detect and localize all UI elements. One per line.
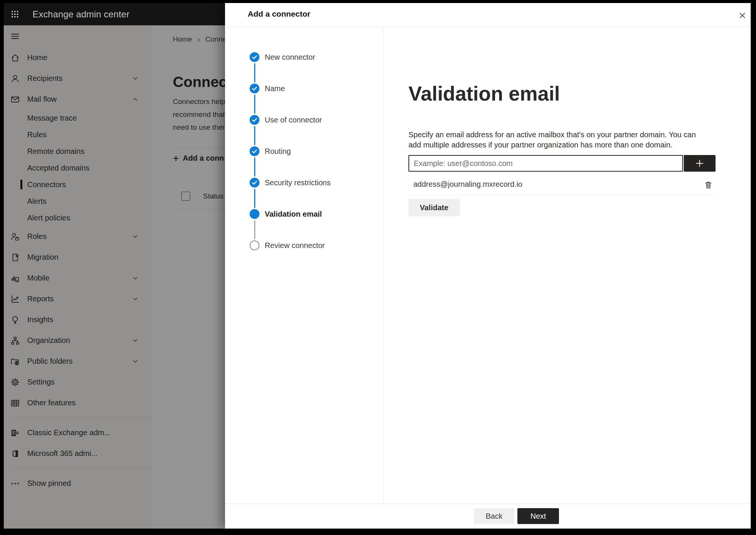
sidebar-item-roles[interactable]: Roles xyxy=(4,226,152,247)
sidebar-item-home[interactable]: Home xyxy=(4,47,152,68)
insights-icon xyxy=(10,315,20,325)
validation-email-input[interactable] xyxy=(408,155,683,172)
sidebar-item-reports[interactable]: Reports xyxy=(4,288,152,309)
sidebar-icon-wrap xyxy=(10,377,20,387)
sidebar-item-connectors[interactable]: Connectors xyxy=(4,176,152,193)
sidebar-item-migration[interactable]: Migration xyxy=(4,247,152,268)
close-button[interactable] xyxy=(735,8,750,23)
status-column-header[interactable]: Status xyxy=(203,192,224,200)
address-row-divider xyxy=(408,195,716,195)
hamburger-icon xyxy=(10,31,20,41)
app-launcher-button[interactable] xyxy=(4,3,26,25)
step-complete-circle-icon xyxy=(250,52,259,62)
sidebar-divider xyxy=(4,413,152,422)
step-heading: Validation email xyxy=(408,82,560,105)
sidebar-icon-wrap xyxy=(10,398,20,408)
app-window: Exchange admin center HomeRecipientsMail… xyxy=(4,3,751,529)
panel-column-divider xyxy=(383,27,383,504)
delete-address-button[interactable] xyxy=(703,179,714,191)
next-button[interactable]: Next xyxy=(517,508,559,524)
sidebar-item-classic-exchange-adm[interactable]: EClassic Exchange adm... xyxy=(4,422,152,443)
step-routing[interactable]: Routing xyxy=(225,146,383,156)
sidebar-item-label: Reports xyxy=(27,295,54,303)
sidebar-item-show-pinned[interactable]: Show pinned xyxy=(4,473,152,494)
check-icon xyxy=(250,115,259,125)
page-description: Connectors help recommend that need to u… xyxy=(173,95,225,134)
breadcrumb-home[interactable]: Home xyxy=(173,35,192,43)
chevron-down-icon xyxy=(132,337,139,344)
sidebar-item-label: Alerts xyxy=(27,197,47,206)
step-review-connector[interactable]: Review connector xyxy=(225,240,383,250)
mail-icon xyxy=(10,95,20,104)
sidebar-item-label: Mobile xyxy=(27,274,50,282)
sidebar-item-mobile[interactable]: Mobile xyxy=(4,268,152,288)
home-icon xyxy=(10,53,20,63)
step-name[interactable]: Name xyxy=(225,84,383,93)
selected-indicator xyxy=(20,180,22,189)
sidebar-item-settings[interactable]: Settings xyxy=(4,372,152,392)
step-label: Validation email xyxy=(265,210,322,219)
nav-collapse-button[interactable] xyxy=(4,25,152,47)
step-new-connector[interactable]: New connector xyxy=(225,52,383,62)
step-security-restrictions[interactable]: Security restrictions xyxy=(225,178,383,188)
sidebar-icon-wrap xyxy=(10,273,20,283)
chevron-wrap xyxy=(132,358,139,365)
waffle-icon xyxy=(11,10,19,19)
chevron-down-icon xyxy=(132,274,139,282)
chevron-wrap xyxy=(132,295,139,302)
sidebar-item-rules[interactable]: Rules xyxy=(4,126,152,143)
sidebar-item-recipients[interactable]: Recipients xyxy=(4,68,152,89)
step-label: Name xyxy=(265,84,285,93)
sidebar-icon-wrap xyxy=(10,53,20,63)
roles-icon xyxy=(10,232,20,242)
sidebar-item-label: Rules xyxy=(27,130,47,139)
panel-title: Add a connector xyxy=(248,9,310,19)
classic-exchange-icon: E xyxy=(10,428,20,438)
sidebar-item-insights[interactable]: Insights xyxy=(4,309,152,330)
sidebar-item-organization[interactable]: Organization xyxy=(4,330,152,351)
public-folders-icon xyxy=(10,357,20,366)
add-email-button[interactable] xyxy=(684,155,716,172)
sidebar-icon-wrap xyxy=(10,336,20,346)
migration-icon xyxy=(10,253,20,262)
page-description-line: recommend that xyxy=(173,108,225,121)
sidebar-item-alert-policies[interactable]: Alert policies xyxy=(4,209,152,226)
step-label: Use of connector xyxy=(265,116,322,124)
sidebar-item-public-folders[interactable]: Public folders xyxy=(4,351,152,372)
sidebar-item-message-trace[interactable]: Message trace xyxy=(4,110,152,126)
chevron-down-icon xyxy=(132,75,139,82)
sidebar-item-label: Accepted domains xyxy=(27,164,90,172)
plus-icon xyxy=(694,158,705,169)
sidebar-item-microsoft-365-admi[interactable]: Microsoft 365 admi... xyxy=(4,443,152,464)
add-connector-button[interactable]: + Add a conn xyxy=(173,154,224,163)
check-icon xyxy=(250,52,259,62)
sidebar-icon-wrap xyxy=(10,74,20,84)
step-use-of-connector[interactable]: Use of connector xyxy=(225,115,383,125)
sidebar-item-label: Roles xyxy=(27,232,47,241)
chevron-down-icon xyxy=(132,295,139,302)
sidebar-item-alerts[interactable]: Alerts xyxy=(4,193,152,209)
page-description-line: need to use ther xyxy=(173,121,225,134)
sidebar-item-remote-domains[interactable]: Remote domains xyxy=(4,143,152,160)
breadcrumb-current[interactable]: Conne xyxy=(205,35,227,43)
sidebar-item-other-features[interactable]: Other features xyxy=(4,392,152,413)
sidebar-item-label: Settings xyxy=(27,378,54,386)
back-button[interactable]: Back xyxy=(474,508,514,524)
step-complete-circle-icon xyxy=(250,84,259,93)
sidebar-item-accepted-domains[interactable]: Accepted domains xyxy=(4,160,152,176)
sidebar-item-label: Insights xyxy=(27,315,53,324)
other-features-icon xyxy=(10,398,20,408)
sidebar-item-mail-flow[interactable]: Mail flow xyxy=(4,89,152,110)
step-validation-email[interactable]: Validation email xyxy=(225,209,383,219)
address-value: address@journaling.mxrecord.io xyxy=(413,180,522,189)
add-connector-label: Add a conn xyxy=(183,154,224,163)
check-icon xyxy=(250,146,259,156)
step-connector-line xyxy=(254,95,255,114)
chevron-up-icon xyxy=(132,96,139,103)
select-all-checkbox[interactable] xyxy=(181,192,190,201)
step-complete-circle-icon xyxy=(250,146,259,156)
address-row: address@journaling.mxrecord.io xyxy=(408,176,716,194)
validate-button[interactable]: Validate xyxy=(408,199,460,216)
step-description: Specify an email address for an active m… xyxy=(408,130,702,150)
chevron-wrap xyxy=(132,274,139,282)
